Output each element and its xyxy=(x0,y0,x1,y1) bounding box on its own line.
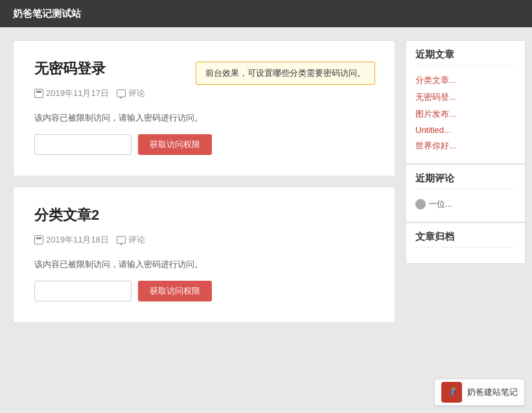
sidebar-post-item-4[interactable]: 世界你好... xyxy=(415,137,516,154)
site-title: 奶爸笔记测试站 xyxy=(13,8,81,20)
main-content: 前台效果，可设置哪些分类需要密码访问。 无密码登录 2019年11月17日 评论… xyxy=(13,40,395,323)
brand-bar: 🦸 奶爸建站笔记 xyxy=(435,379,524,405)
article-desc-1: 该内容已被限制访问，请输入密码进行访问。 xyxy=(34,112,374,124)
article-desc-2: 该内容已被限制访问，请输入密码进行访问。 xyxy=(34,259,374,270)
article-date-2: 2019年11月18日 xyxy=(34,234,109,246)
header: 奶爸笔记测试站 xyxy=(0,0,532,27)
article-title-2: 分类文章2 xyxy=(34,206,374,225)
article-comment-1: 评论 xyxy=(117,88,145,99)
article-comment-2: 评论 xyxy=(117,234,145,246)
article-card-2: 分类文章2 2019年11月18日 评论 该内容已被限制访问，请输入密码进行访问… xyxy=(13,187,395,323)
sidebar-post-item-1[interactable]: 无密码登... xyxy=(415,89,516,106)
comment-avatar-dot xyxy=(415,199,426,209)
access-button-1[interactable]: 获取访问权限 xyxy=(138,134,212,155)
recent-posts-title: 近期文章 xyxy=(415,49,516,65)
tooltip-box: 前台效果，可设置哪些分类需要密码访问。 xyxy=(196,62,375,85)
archives-title: 文章归档 xyxy=(415,231,516,248)
article-meta-1: 2019年11月17日 评论 xyxy=(34,88,374,99)
sidebar-comment-item-0: 一位... xyxy=(415,196,516,213)
calendar-icon xyxy=(34,89,43,98)
sidebar-recent-posts: 近期文章 分类文章... 无密码登... 图片发布... Untitled...… xyxy=(406,40,526,164)
sidebar-recent-comments: 近期评论 一位... xyxy=(406,164,526,222)
recent-comments-title: 近期评论 xyxy=(415,172,516,189)
sidebar-post-item-2[interactable]: 图片发布... xyxy=(415,106,516,123)
sidebar-post-item-3[interactable]: Untitled... xyxy=(415,123,516,137)
password-input-1[interactable] xyxy=(34,134,132,155)
sidebar-archives: 文章归档 xyxy=(406,222,526,264)
access-button-2[interactable]: 获取访问权限 xyxy=(138,281,212,301)
calendar-icon-2 xyxy=(34,235,43,244)
chat-icon-2 xyxy=(117,236,126,244)
access-form-1: 获取访问权限 xyxy=(34,134,374,155)
tooltip-text: 前台效果，可设置哪些分类需要密码访问。 xyxy=(205,68,365,78)
sidebar-post-item-0[interactable]: 分类文章... xyxy=(415,72,516,89)
password-input-2[interactable] xyxy=(34,281,132,301)
chat-icon xyxy=(117,89,126,97)
brand-name: 奶爸建站笔记 xyxy=(467,386,518,398)
page-wrapper: 前台效果，可设置哪些分类需要密码访问。 无密码登录 2019年11月17日 评论… xyxy=(0,27,532,336)
brand-avatar: 🦸 xyxy=(441,382,462,403)
access-form-2: 获取访问权限 xyxy=(34,281,374,301)
article-date-1: 2019年11月17日 xyxy=(34,88,109,99)
article-card-1: 前台效果，可设置哪些分类需要密码访问。 无密码登录 2019年11月17日 评论… xyxy=(13,40,395,176)
article-meta-2: 2019年11月18日 评论 xyxy=(34,234,374,246)
sidebar: 近期文章 分类文章... 无密码登... 图片发布... Untitled...… xyxy=(406,40,526,323)
